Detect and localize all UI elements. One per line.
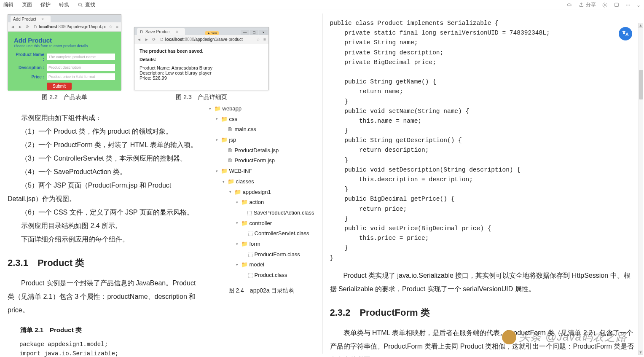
caption-2-4: 图 2.4 app02a 目录结构 bbox=[209, 285, 314, 296]
expand-icon[interactable]: ▾ bbox=[236, 261, 239, 268]
expand-icon[interactable]: ▾ bbox=[216, 137, 219, 144]
caption-2-2: 图 2.2 产品表单 bbox=[42, 94, 87, 101]
reload-icon: ⟳ bbox=[152, 37, 156, 42]
body-text: Product 实例是一个封装了产品信息的 JavaBean。Product 类… bbox=[8, 276, 201, 317]
details-label: Details: bbox=[140, 57, 156, 62]
svg-rect-3 bbox=[614, 3, 618, 6]
list-item: （6）一个 CSS 文件，定义了两个 JSP 页面的显示风格。 bbox=[8, 206, 201, 219]
body-text: Product 类实现了 java.io.Serializable 接口，其实例… bbox=[330, 269, 637, 296]
tree-label[interactable]: ProductForm.jsp bbox=[235, 156, 275, 166]
svg-point-2 bbox=[604, 4, 606, 6]
submit-button[interactable]: Submit bbox=[47, 83, 72, 90]
address-bar: 🗋 localhost:8080/appdesign1/input-produc… bbox=[33, 24, 105, 29]
folder-icon: 📁 bbox=[228, 177, 234, 187]
body-text: 示例应用目录结构如图 2.4 所示。 bbox=[8, 219, 201, 233]
file-icon: 🗎 bbox=[228, 145, 233, 156]
translate-fab[interactable] bbox=[619, 27, 632, 40]
list-item: （4）一个 SaveProductAction 类。 bbox=[8, 165, 201, 179]
menu-protect[interactable]: 保护 bbox=[40, 1, 51, 8]
expand-icon[interactable]: ▾ bbox=[236, 199, 239, 206]
expand-icon[interactable]: ▾ bbox=[209, 105, 212, 113]
star-icon: ☆ bbox=[109, 24, 113, 29]
folder-icon: 📁 bbox=[214, 104, 221, 114]
share-icon bbox=[579, 2, 585, 8]
class-icon: ⬚ bbox=[248, 270, 253, 281]
text-input[interactable]: Product price in #.## format bbox=[47, 73, 115, 80]
tree-label[interactable]: ProductForm.class bbox=[255, 250, 300, 260]
reload-icon: ⟳ bbox=[26, 24, 30, 29]
minimize-icon: — bbox=[241, 30, 249, 35]
gear-icon[interactable] bbox=[602, 2, 608, 8]
scrollbar[interactable]: ▲ ▼ bbox=[638, 23, 643, 356]
section-2-3-2: 2.3.2 ProductForm 类 bbox=[330, 303, 637, 322]
expand-icon[interactable]: ▾ bbox=[229, 188, 233, 196]
figure-2-2: Add Product× ◄ ► ⟳ 🗋 localhost:8080/appd… bbox=[8, 14, 121, 90]
svg-line-1 bbox=[81, 5, 83, 7]
list-item: （1）一个 Product 类，作为 product 的领域对象。 bbox=[8, 125, 201, 138]
expand-icon[interactable]: ▾ bbox=[223, 178, 226, 185]
expand-icon[interactable]: ▾ bbox=[236, 220, 239, 227]
menu-edit[interactable]: 编辑 bbox=[3, 1, 13, 8]
detail-desc: Description: Low cost bluray player bbox=[140, 70, 263, 75]
top-toolbar: 编辑 页面 保护 转换 查找 分享 ⋯ ⌄ bbox=[0, 0, 644, 10]
tree-label[interactable]: controller bbox=[250, 218, 272, 229]
share-button[interactable]: 分享 bbox=[579, 1, 596, 8]
tree-label[interactable]: css bbox=[229, 114, 238, 125]
form-hint: Please use this form to enter product de… bbox=[14, 44, 115, 48]
overflow-icon[interactable]: ⋯ bbox=[625, 2, 631, 8]
scroll-thumb[interactable] bbox=[639, 70, 643, 99]
tree-label[interactable]: model bbox=[250, 260, 264, 270]
tree-label[interactable]: jsp bbox=[229, 135, 236, 145]
browser-tab: Add Product× bbox=[11, 16, 51, 22]
caption-2-3: 图 2.3 产品详细页 bbox=[176, 94, 227, 101]
class-icon: ⬚ bbox=[248, 250, 253, 260]
tree-label[interactable]: SaveProductAction.class bbox=[254, 208, 314, 218]
tree-label[interactable]: WEB-INF bbox=[229, 166, 252, 177]
cloud-icon[interactable] bbox=[567, 2, 573, 8]
tree-label[interactable]: webapp bbox=[223, 104, 242, 114]
tree-label[interactable]: ControllerServlet.class bbox=[255, 228, 309, 239]
back-icon: ◄ bbox=[11, 24, 15, 29]
tree-label[interactable]: appdesign1 bbox=[243, 187, 271, 198]
chevron-down-icon[interactable]: ⌄ bbox=[636, 2, 641, 8]
tree-label[interactable]: classes bbox=[236, 177, 254, 187]
maximize-icon: □ bbox=[250, 30, 258, 35]
listing-2-1: 清单 2.1 Product 类 bbox=[8, 324, 201, 336]
tree-label[interactable]: action bbox=[250, 197, 264, 208]
scroll-up-icon[interactable]: ▲ bbox=[638, 23, 643, 28]
tree-label[interactable]: main.css bbox=[235, 124, 256, 135]
code-block: package appdesign1.model; import java.io… bbox=[19, 340, 201, 357]
folder-icon: 📁 bbox=[241, 197, 248, 208]
expand-icon[interactable]: ▾ bbox=[216, 115, 219, 123]
right-column: public class Product implements Serializ… bbox=[322, 10, 644, 357]
folder-icon: 📁 bbox=[221, 166, 228, 177]
tree-label[interactable]: ProductDetails.jsp bbox=[235, 145, 279, 156]
file-tree: ▾📁webapp▾📁css🗎main.css▾📁jsp🗎ProductDetai… bbox=[209, 104, 314, 281]
saved-msg: The product has been saved. bbox=[140, 48, 204, 54]
file-icon: 🗎 bbox=[228, 124, 233, 135]
form-label: Product Name : bbox=[14, 52, 47, 62]
menu-icon: ≡ bbox=[116, 24, 118, 29]
avatar bbox=[502, 330, 516, 344]
folder-icon: 📁 bbox=[241, 239, 248, 250]
note-icon[interactable] bbox=[614, 2, 620, 8]
menu-convert[interactable]: 转换 bbox=[59, 1, 69, 8]
browser-tab: 🗋Save Product× bbox=[137, 28, 185, 35]
close-icon: × bbox=[176, 30, 178, 34]
text-input[interactable]: The complete product name bbox=[47, 54, 115, 60]
tree-label[interactable]: form bbox=[250, 239, 260, 250]
search-box[interactable]: 查找 bbox=[78, 1, 95, 8]
scroll-down-icon[interactable]: ▼ bbox=[638, 350, 643, 355]
text-input[interactable]: Product description bbox=[47, 64, 115, 71]
code-product-class: public class Product implements Serializ… bbox=[330, 19, 637, 263]
tree-label[interactable]: Product.class bbox=[255, 270, 287, 281]
search-icon bbox=[78, 2, 83, 8]
expand-icon[interactable]: ▾ bbox=[236, 241, 239, 248]
expand-icon[interactable]: ▾ bbox=[216, 168, 219, 175]
back-icon: ◄ bbox=[137, 37, 141, 42]
list-item: （5）两个 JSP 页面（ProductForm.jsp 和 Product D… bbox=[8, 179, 201, 206]
figure-2-3: 🗋Save Product× ▲ You — □ × ◄ ► ⟳ 🗋 local… bbox=[134, 27, 269, 90]
translate-icon bbox=[622, 30, 629, 38]
menu-page[interactable]: 页面 bbox=[22, 1, 32, 8]
forward-icon: ► bbox=[145, 37, 149, 42]
